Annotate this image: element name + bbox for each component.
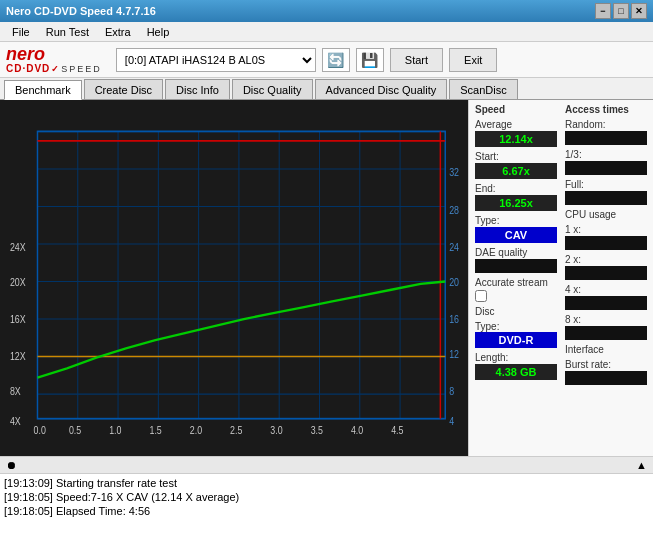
- speed-column: Speed Average 12.14x Start: 6.67x End: 1…: [475, 104, 557, 452]
- accurate-label: Accurate stream: [475, 277, 557, 288]
- full-value: [565, 191, 647, 205]
- svg-text:16: 16: [449, 313, 459, 325]
- chart-svg: 4X 8X 12X 16X 20X 24X 4 8 12 16 20 24 28…: [8, 108, 460, 448]
- cpu-4x-value: [565, 296, 647, 310]
- log-header-icon: ⏺: [6, 459, 17, 471]
- log-entry-1: [19:18:05] Speed:7-16 X CAV (12.14 X ave…: [4, 490, 649, 504]
- tab-benchmark[interactable]: Benchmark: [4, 80, 82, 100]
- logo-sub: CD·DVD✓SPEED: [6, 63, 102, 74]
- disc-section-label: Disc: [475, 306, 557, 317]
- log-entry-0: [19:13:09] Starting transfer rate test: [4, 476, 649, 490]
- speed-title: Speed: [475, 104, 557, 115]
- random-value: [565, 131, 647, 145]
- cpu-1x-value: [565, 236, 647, 250]
- svg-text:1.0: 1.0: [109, 424, 122, 436]
- svg-text:4.5: 4.5: [391, 424, 403, 436]
- svg-text:2.0: 2.0: [190, 424, 203, 436]
- menu-file[interactable]: File: [4, 24, 38, 40]
- cpu-4x-label: 4 x:: [565, 284, 647, 295]
- burst-label: Burst rate:: [565, 359, 647, 370]
- svg-rect-0: [8, 108, 460, 448]
- svg-text:12X: 12X: [10, 350, 26, 362]
- cpu-2x-label: 2 x:: [565, 254, 647, 265]
- logo-nero: nero: [6, 45, 102, 63]
- tab-discinfo[interactable]: Disc Info: [165, 79, 230, 99]
- titlebar-title: Nero CD-DVD Speed 4.7.7.16: [6, 5, 156, 17]
- accurate-checkbox-row: [475, 290, 557, 302]
- main-content: 4X 8X 12X 16X 20X 24X 4 8 12 16 20 24 28…: [0, 100, 653, 456]
- log-scroll-up[interactable]: ▲: [636, 459, 647, 471]
- svg-text:20: 20: [449, 276, 459, 288]
- menu-runtest[interactable]: Run Test: [38, 24, 97, 40]
- svg-text:16X: 16X: [10, 313, 26, 325]
- disc-type-label: Type:: [475, 321, 557, 332]
- toolbar: nero CD·DVD✓SPEED [0:0] ATAPI iHAS124 B …: [0, 42, 653, 78]
- right-panel: Speed Average 12.14x Start: 6.67x End: 1…: [468, 100, 653, 456]
- cpu-label: CPU usage: [565, 209, 647, 220]
- chart-area: 4X 8X 12X 16X 20X 24X 4 8 12 16 20 24 28…: [0, 100, 468, 456]
- menu-help[interactable]: Help: [139, 24, 178, 40]
- exit-button[interactable]: Exit: [449, 48, 497, 72]
- tabs: Benchmark Create Disc Disc Info Disc Qua…: [0, 78, 653, 100]
- cpu-8x-value: [565, 326, 647, 340]
- svg-text:3.0: 3.0: [270, 424, 283, 436]
- onethird-value: [565, 161, 647, 175]
- svg-text:24: 24: [449, 241, 459, 253]
- svg-text:32: 32: [449, 166, 459, 178]
- refresh-icon[interactable]: 🔄: [322, 48, 350, 72]
- svg-text:3.5: 3.5: [311, 424, 323, 436]
- logo: nero CD·DVD✓SPEED: [6, 45, 102, 74]
- save-icon[interactable]: 💾: [356, 48, 384, 72]
- drive-select[interactable]: [0:0] ATAPI iHAS124 B AL0S: [116, 48, 316, 72]
- tab-createdisc[interactable]: Create Disc: [84, 79, 163, 99]
- tab-scandisc[interactable]: ScanDisc: [449, 79, 517, 99]
- cpu-1x-label: 1 x:: [565, 224, 647, 235]
- svg-text:1.5: 1.5: [149, 424, 161, 436]
- tab-discquality[interactable]: Disc Quality: [232, 79, 313, 99]
- minimize-button[interactable]: −: [595, 3, 611, 19]
- titlebar-controls: − □ ✕: [595, 3, 647, 19]
- menubar: File Run Test Extra Help: [0, 22, 653, 42]
- log-header: ⏺ ▲: [0, 457, 653, 474]
- svg-text:4X: 4X: [10, 415, 21, 427]
- average-label: Average: [475, 119, 557, 130]
- dae-label: DAE quality: [475, 247, 557, 258]
- accurate-checkbox[interactable]: [475, 290, 487, 302]
- average-value: 12.14x: [475, 131, 557, 147]
- length-value: 4.38 GB: [475, 364, 557, 380]
- access-column: Access times Random: 1/3: Full: CPU usag…: [565, 104, 647, 452]
- svg-text:8: 8: [449, 385, 454, 397]
- menu-extra[interactable]: Extra: [97, 24, 139, 40]
- disc-type-value: DVD-R: [475, 332, 557, 348]
- cpu-2x-value: [565, 266, 647, 280]
- access-title: Access times: [565, 104, 647, 115]
- start-button[interactable]: Start: [390, 48, 443, 72]
- close-button[interactable]: ✕: [631, 3, 647, 19]
- log-area: ⏺ ▲ [19:13:09] Starting transfer rate te…: [0, 456, 653, 536]
- svg-text:12: 12: [449, 348, 459, 360]
- svg-text:0.5: 0.5: [69, 424, 81, 436]
- onethird-label: 1/3:: [565, 149, 647, 160]
- svg-text:24X: 24X: [10, 241, 26, 253]
- svg-text:28: 28: [449, 204, 459, 216]
- start-label: Start:: [475, 151, 557, 162]
- svg-text:4.0: 4.0: [351, 424, 364, 436]
- type-value: CAV: [475, 227, 557, 243]
- interface-label: Interface: [565, 344, 647, 355]
- svg-text:8X: 8X: [10, 385, 21, 397]
- length-label: Length:: [475, 352, 557, 363]
- svg-text:0.0: 0.0: [34, 424, 47, 436]
- log-entry-2: [19:18:05] Elapsed Time: 4:56: [4, 504, 649, 518]
- type-label: Type:: [475, 215, 557, 226]
- svg-text:2.5: 2.5: [230, 424, 242, 436]
- burst-value: [565, 371, 647, 385]
- maximize-button[interactable]: □: [613, 3, 629, 19]
- svg-text:20X: 20X: [10, 276, 26, 288]
- svg-text:4: 4: [449, 415, 454, 427]
- end-value: 16.25x: [475, 195, 557, 211]
- log-list[interactable]: [19:13:09] Starting transfer rate test […: [0, 474, 653, 536]
- cpu-8x-label: 8 x:: [565, 314, 647, 325]
- full-label: Full:: [565, 179, 647, 190]
- tab-advanceddiscquality[interactable]: Advanced Disc Quality: [315, 79, 448, 99]
- titlebar: Nero CD-DVD Speed 4.7.7.16 − □ ✕: [0, 0, 653, 22]
